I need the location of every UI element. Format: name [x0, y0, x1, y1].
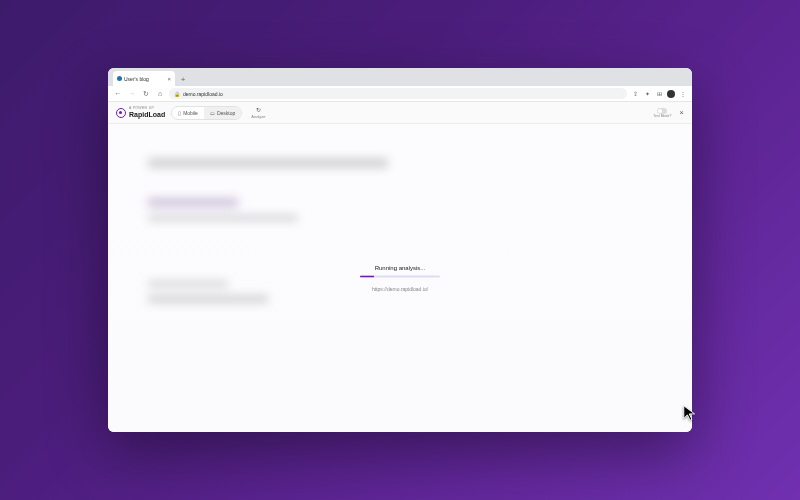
tab-mobile[interactable]: ▯ Mobile: [172, 107, 204, 119]
wordpress-favicon: [117, 76, 122, 81]
extensions-icon[interactable]: ✦: [643, 90, 651, 98]
loading-panel: Running analysis... https://demo.rapidlo…: [360, 265, 440, 292]
test-mode-label: Test Mode?: [653, 114, 671, 118]
browser-tab[interactable]: User's blog ×: [113, 71, 175, 86]
toolbar-extension-area: ⇪ ✦ ⊞ ⋮: [631, 90, 687, 98]
close-panel-button[interactable]: ×: [679, 108, 684, 117]
device-tab-group: ▯ Mobile ▭ Desktop: [171, 106, 242, 120]
address-bar: ← → ↻ ⌂ 🔒 demo.rapidload.io ⇪ ✦ ⊞ ⋮: [108, 86, 692, 102]
content-area: Running analysis... https://demo.rapidlo…: [108, 124, 692, 432]
brand-logo[interactable]: A POWER UP RapidLoad: [116, 107, 165, 118]
new-tab-button[interactable]: +: [177, 73, 189, 85]
brand-name: RapidLoad: [129, 111, 165, 118]
forward-button[interactable]: →: [127, 89, 137, 99]
tab-title: User's blog: [124, 76, 165, 82]
analyze-button[interactable]: ↻ Analyze: [251, 106, 265, 119]
toolbar-right: Test Mode? ×: [653, 108, 684, 118]
rapidload-logo-icon: [116, 108, 126, 118]
profile-avatar[interactable]: [667, 90, 675, 98]
loading-target-url: https://demo.rapidload.io/: [372, 286, 428, 292]
tab-desktop[interactable]: ▭ Desktop: [204, 107, 241, 119]
tab-mobile-label: Mobile: [183, 110, 198, 116]
tab-desktop-label: Desktop: [217, 110, 235, 116]
browser-menu-icon[interactable]: ⋮: [679, 90, 687, 98]
refresh-icon: ↻: [256, 106, 261, 113]
desktop-icon: ▭: [210, 110, 215, 116]
browser-window: User's blog × + ← → ↻ ⌂ 🔒 demo.rapidload…: [108, 68, 692, 432]
lock-icon: 🔒: [174, 91, 180, 97]
tab-close-icon[interactable]: ×: [167, 76, 171, 82]
app-toolbar: A POWER UP RapidLoad ▯ Mobile ▭ Desktop …: [108, 102, 692, 124]
progress-fill: [360, 276, 374, 278]
toggle-icon: [657, 108, 667, 114]
tab-strip: User's blog × +: [108, 68, 692, 86]
mobile-icon: ▯: [178, 110, 181, 116]
home-button[interactable]: ⌂: [155, 89, 165, 99]
analyze-label: Analyze: [251, 114, 265, 119]
url-text: demo.rapidload.io: [183, 91, 223, 97]
back-button[interactable]: ←: [113, 89, 123, 99]
test-mode-toggle[interactable]: Test Mode?: [653, 108, 671, 118]
puzzle-icon[interactable]: ⊞: [655, 90, 663, 98]
reload-button[interactable]: ↻: [141, 89, 151, 99]
address-field[interactable]: 🔒 demo.rapidload.io: [169, 88, 627, 99]
share-icon[interactable]: ⇪: [631, 90, 639, 98]
progress-bar: [360, 276, 440, 278]
loading-status-text: Running analysis...: [375, 265, 426, 271]
